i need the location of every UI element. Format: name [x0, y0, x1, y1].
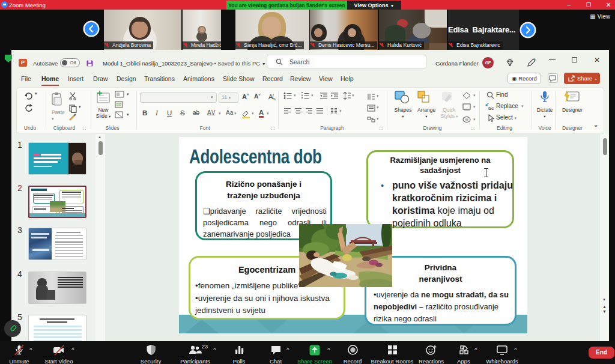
- svg-text:bc: bc: [488, 106, 494, 111]
